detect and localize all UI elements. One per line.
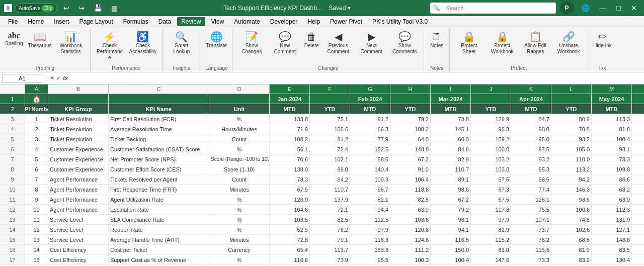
row-num-6[interactable]: 6 <box>0 144 25 154</box>
cell-h7[interactable]: 67.2 <box>390 154 431 164</box>
row-num-15[interactable]: 15 <box>0 235 25 245</box>
cell-i12[interactable]: 79.2 <box>431 205 471 215</box>
cell-i14[interactable]: 94.1 <box>431 225 471 235</box>
cell-d14[interactable]: % <box>209 225 270 235</box>
cell-l15[interactable]: 68.8 <box>551 235 592 245</box>
cell-b12[interactable]: Agent Performance <box>48 205 109 215</box>
cell-k9[interactable]: 58.5 <box>511 174 551 185</box>
row-num-11[interactable]: 11 <box>0 195 25 205</box>
menu-developer[interactable]: Developer <box>266 17 302 26</box>
check-accessibility-button[interactable]: ♿ Check Accessibility <box>127 30 159 56</box>
cell-d13[interactable]: % <box>209 215 270 225</box>
cell-c5[interactable]: Ticket Backlog <box>109 134 209 144</box>
cell-k15[interactable]: 76.2 <box>511 235 551 245</box>
col-header-h[interactable]: H <box>390 84 431 94</box>
cell-i16[interactable]: 150.0 <box>431 245 471 255</box>
cell-m4[interactable]: 81.8 <box>592 124 632 134</box>
cell-c3[interactable]: First Call Resolution (FCR) <box>109 114 209 124</box>
cell-c9[interactable]: Tickets Resolved per Agent <box>109 174 209 185</box>
cell-d15[interactable]: Minutes <box>209 235 270 245</box>
cell-a2[interactable]: KPI Number <box>25 104 48 114</box>
cell-k3[interactable]: 84.7 <box>511 114 551 124</box>
name-box[interactable] <box>2 74 42 83</box>
row-num-16[interactable]: 16 <box>0 245 25 255</box>
cell-b13[interactable]: Service Level <box>48 215 109 225</box>
cell-f2[interactable]: YTD <box>310 104 350 114</box>
cell-f15[interactable]: 79.1 <box>310 235 350 245</box>
cell-i13[interactable]: 96.1 <box>431 215 471 225</box>
cell-a11[interactable]: 9 <box>25 195 48 205</box>
cell-k17[interactable]: 73.3 <box>511 255 551 265</box>
allow-edit-ranges-button[interactable]: 📋 Allow Edit Ranges <box>519 30 551 56</box>
cell-e14[interactable]: 52.5 <box>270 225 310 235</box>
col-header-k[interactable]: K <box>511 84 551 94</box>
cell-e11[interactable]: 126.0 <box>270 195 310 205</box>
cell-k5[interactable]: 95.0 <box>511 134 551 144</box>
cell-n5[interactable]: 60.8 <box>632 134 644 144</box>
search-input[interactable] <box>442 4 553 13</box>
cell-e8[interactable]: 138.0 <box>270 164 310 174</box>
cell-k11[interactable]: 126.1 <box>511 195 551 205</box>
cell-n9[interactable]: 85.6 <box>632 174 644 185</box>
cell-g14[interactable]: 97.9 <box>350 225 390 235</box>
cell-e15[interactable]: 72.8 <box>270 235 310 245</box>
cell-g3[interactable]: 91.2 <box>350 114 390 124</box>
cell-c16[interactable]: Cost per Ticket <box>109 245 209 255</box>
new-comment-button[interactable]: 💬 New Comment <box>269 30 301 56</box>
cell-c1[interactable] <box>109 94 209 104</box>
cell-c7[interactable]: Net Promoter Score (NPS) <box>109 154 209 164</box>
cell-f16[interactable]: 113.7 <box>310 245 350 255</box>
menu-home[interactable]: Home <box>24 17 48 26</box>
row-num-13[interactable]: 13 <box>0 215 25 225</box>
menu-insert[interactable]: Insert <box>50 17 73 26</box>
cell-j15[interactable]: 115.2 <box>471 235 511 245</box>
minimize-button[interactable]: — <box>597 3 610 13</box>
cell-a8[interactable]: 6 <box>25 164 48 174</box>
menu-power-pivot[interactable]: Power Pivot <box>326 17 366 26</box>
cell-m3[interactable]: 113.3 <box>592 114 632 124</box>
cell-f1[interactable] <box>310 94 350 104</box>
cell-b2[interactable]: KPI Group <box>48 104 109 114</box>
show-comments-button[interactable]: 💬 Show Comments <box>388 30 421 56</box>
cell-j6[interactable]: 100.0 <box>471 144 511 154</box>
cell-a6[interactable]: 4 <box>25 144 48 154</box>
cell-d12[interactable]: % <box>209 205 270 215</box>
cell-g9[interactable]: 100.3 <box>350 174 390 185</box>
col-header-e[interactable]: E <box>270 84 310 94</box>
cell-i3[interactable]: 78.8 <box>431 114 471 124</box>
cell-a16[interactable]: 14 <box>25 245 48 255</box>
cell-l12[interactable]: 100.6 <box>551 205 592 215</box>
cell-d17[interactable]: % <box>209 255 270 265</box>
cell-l9[interactable]: 94.2 <box>551 174 592 185</box>
cell-k13[interactable]: 107.1 <box>511 215 551 225</box>
cell-a7[interactable]: 5 <box>25 154 48 164</box>
cell-e4[interactable]: 71.9 <box>270 124 310 134</box>
menu-view[interactable]: View <box>207 17 228 26</box>
menu-formulas[interactable]: Formulas <box>119 17 152 26</box>
restore-button[interactable]: □ <box>614 3 624 13</box>
cell-g10[interactable]: 96.7 <box>350 185 390 195</box>
col-header-n[interactable]: N <box>632 84 644 94</box>
cell-h15[interactable]: 124.8 <box>390 235 431 245</box>
cell-l14[interactable]: 102.6 <box>551 225 592 235</box>
cell-k10[interactable]: 77.4 <box>511 185 551 195</box>
cell-e17[interactable]: 116.6 <box>270 255 310 265</box>
cell-h2[interactable]: YTD <box>390 104 431 114</box>
col-header-d[interactable]: D <box>209 84 270 94</box>
cell-m15[interactable]: 148.8 <box>592 235 632 245</box>
cell-m9[interactable]: 86.6 <box>592 174 632 185</box>
cell-j13[interactable]: 97.9 <box>471 215 511 225</box>
search-wrapper[interactable]: 🔍 <box>430 3 556 14</box>
cell-a14[interactable]: 12 <box>25 225 48 235</box>
cell-i9[interactable]: 89.1 <box>431 174 471 185</box>
cell-n13[interactable]: 99.3 <box>632 215 644 225</box>
cell-b16[interactable]: Cost Efficiency <box>48 245 109 255</box>
cell-h17[interactable]: 100.3 <box>390 255 431 265</box>
cell-i1[interactable]: Mar-2024 <box>431 94 471 104</box>
cell-c2[interactable]: KPI Name <box>109 104 209 114</box>
cell-n2[interactable]: YTD <box>632 104 644 114</box>
cell-m17[interactable]: 130.4 <box>592 255 632 265</box>
cell-l6[interactable]: 105.0 <box>551 144 592 154</box>
row-num-1[interactable]: 1 <box>0 94 25 104</box>
ribbon-collapse-button[interactable]: 🌐 <box>578 3 593 13</box>
